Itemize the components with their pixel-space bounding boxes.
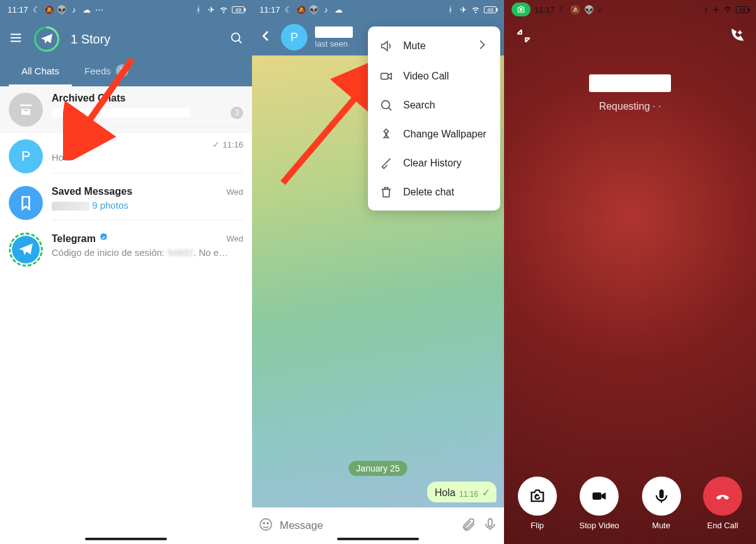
status-time: 11:17 (260, 5, 280, 14)
tab-label: All Chats (21, 66, 59, 76)
wifi-icon (723, 4, 732, 15)
search-icon (379, 98, 393, 112)
date-pill: January 25 (348, 461, 407, 476)
contact-info[interactable]: last seen (315, 26, 353, 49)
menu-video-call[interactable]: Video Call (368, 62, 500, 91)
menu-delete-chat[interactable]: Delete chat (368, 178, 500, 207)
bluetooth-icon: ᚼ (704, 5, 709, 14)
menu-label: Search (403, 100, 435, 111)
mute-button[interactable] (642, 477, 681, 516)
mute-icon: 🔕 (570, 5, 580, 14)
menu-button[interactable] (9, 31, 23, 47)
tiktok-icon: ♪ (70, 5, 79, 14)
control-label: Mute (652, 521, 670, 530)
status-bar: 11:17 ☾ 🔕 👽 ♪ ᚼ ✈ 49 (504, 0, 756, 19)
control-label: Stop Video (579, 521, 619, 530)
mute-icon: 🔕 (297, 5, 306, 14)
stop-video-control: Stop Video (579, 477, 619, 530)
telegram-title: Telegram (52, 233, 108, 245)
more-icon: ⋯ (95, 5, 104, 14)
svg-point-5 (263, 523, 265, 524)
telegram-row[interactable]: Telegram Wed Código de inicio de sesión:… (0, 226, 252, 273)
chat-row[interactable]: P ✓11:16 Hola (0, 133, 252, 180)
plane-icon: ✈ (713, 5, 719, 14)
tab-all-chats[interactable]: All Chats (9, 57, 72, 86)
tab-feeds[interactable]: Feeds 3 (72, 57, 141, 86)
menu-clear-history[interactable]: Clear History (368, 149, 500, 178)
back-button[interactable] (258, 28, 273, 46)
bluetooth-icon: ᚼ (194, 5, 203, 14)
trash-icon (379, 185, 393, 199)
emoji-button[interactable] (258, 517, 273, 535)
mic-button[interactable] (483, 517, 498, 535)
bookmark-icon (9, 186, 43, 220)
chat-time: 11:16 (222, 140, 243, 149)
contact-name-redacted (315, 26, 353, 38)
bluetooth-icon: ᚼ (446, 5, 455, 14)
contact-avatar: P (9, 139, 43, 173)
outgoing-message[interactable]: Hola 11:16 ✓ (427, 482, 496, 502)
battery-icon: 49 (484, 6, 496, 13)
minimize-button[interactable] (515, 28, 532, 47)
broom-icon (379, 156, 393, 170)
svg-rect-2 (381, 73, 388, 79)
camera-active-pill[interactable] (512, 3, 530, 16)
control-label: End Call (707, 521, 738, 530)
menu-label: Delete chat (403, 187, 454, 198)
chat-tabs: All Chats Feeds 3 (9, 57, 243, 86)
saved-messages-row[interactable]: Saved Messages Wed 9 photos (0, 180, 252, 226)
status-bar: 11:17 ☾ 🔕 👽 ♪ ☁ ᚼ ✈ 49 (252, 0, 504, 19)
call-top-bar (504, 19, 756, 55)
svg-point-9 (520, 8, 523, 11)
attach-button[interactable] (461, 517, 476, 535)
saved-preview: 9 photos (52, 200, 129, 211)
contact-avatar[interactable]: P (281, 24, 307, 50)
moon-icon: ☾ (559, 5, 566, 14)
chat-list-screen: 11:17 ☾ 🔕 👽 ♪ ☁ ⋯ ᚼ ✈ 49 1 Story (0, 0, 252, 544)
mic-icon (653, 487, 670, 505)
moon-icon: ☾ (284, 5, 293, 14)
video-call-screen: 11:17 ☾ 🔕 👽 ♪ ᚼ ✈ 49 Requesting · · Flip (504, 0, 756, 544)
tab-label: Feeds (84, 66, 111, 76)
svg-rect-7 (488, 519, 492, 526)
reddit-icon: 👽 (309, 5, 318, 14)
plane-icon: ✈ (207, 5, 215, 14)
menu-label: Change Wallpaper (403, 129, 486, 140)
flip-camera-icon (529, 487, 546, 505)
menu-change-wallpaper[interactable]: Change Wallpaper (368, 120, 500, 149)
home-indicator[interactable] (85, 538, 167, 540)
chat-preview: Hola (52, 152, 71, 163)
chevron-right-icon (475, 38, 489, 54)
archived-chats-row[interactable]: Archived Chats 3 (0, 86, 252, 133)
status-time: 11:17 (534, 5, 555, 14)
contact-name-redacted (589, 74, 671, 92)
chat-screen: 11:17 ☾ 🔕 👽 ♪ ☁ ᚼ ✈ 49 P last seen Mute (252, 0, 504, 544)
phone-down-icon (714, 487, 731, 505)
speaker-icon (379, 39, 393, 53)
plane-icon: ✈ (459, 5, 467, 14)
story-ring[interactable] (34, 26, 59, 52)
telegram-preview: Código de inicio de sesión: 94832. No e… (52, 247, 228, 258)
chat-list: Archived Chats 3 P ✓11:16 Hola Saved Mes… (0, 86, 252, 273)
end-call-button[interactable] (703, 477, 742, 516)
telegram-time: Wed (227, 234, 244, 243)
menu-mute[interactable]: Mute (368, 30, 500, 62)
menu-search[interactable]: Search (368, 91, 500, 120)
archived-title: Archived Chats (52, 93, 125, 104)
search-button[interactable] (229, 31, 243, 47)
svg-rect-11 (659, 490, 663, 499)
message-input[interactable] (280, 519, 455, 532)
add-call-button[interactable] (728, 28, 745, 47)
home-indicator[interactable] (337, 538, 419, 540)
last-seen-label: last seen (315, 39, 353, 49)
call-status: Requesting · · (504, 101, 756, 112)
saved-time: Wed (227, 187, 244, 197)
telegram-avatar (9, 233, 43, 267)
stop-video-button[interactable] (580, 477, 619, 516)
flip-camera-control: Flip (518, 477, 557, 530)
message-time: 11:16 (459, 490, 478, 499)
check-icon: ✓ (482, 487, 490, 499)
flip-camera-button[interactable] (518, 477, 557, 516)
check-icon: ✓ (212, 139, 220, 149)
verified-icon (99, 233, 108, 245)
